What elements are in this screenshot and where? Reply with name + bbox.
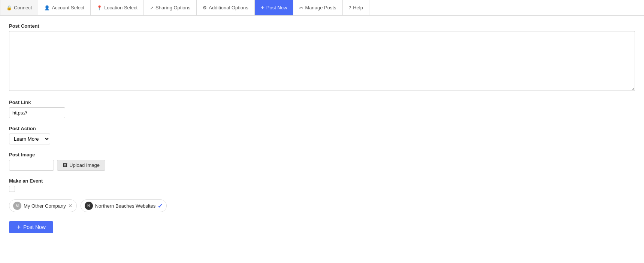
share-icon: ↗: [150, 5, 154, 10]
account-avatar-my-other-company: M: [13, 202, 21, 210]
post-content-section: Post Content: [9, 23, 635, 92]
tab-connect-label: Connect: [14, 5, 32, 10]
post-content-textarea[interactable]: [9, 31, 635, 91]
options-icon: ⚙: [203, 5, 207, 10]
make-event-checkbox[interactable]: [9, 186, 15, 192]
image-icon: 🖼: [63, 162, 67, 168]
make-event-row: [9, 186, 635, 192]
account-name-northern-beaches: Northern Beaches Websites: [95, 203, 156, 209]
post-content-label: Post Content: [9, 23, 635, 29]
tab-additional-options-label: Additional Options: [209, 5, 248, 10]
tab-manage-posts[interactable]: ✂ Manage Posts: [293, 0, 342, 15]
account-pills: MMy Other Company✕NNorthern Beaches Webs…: [9, 199, 635, 212]
tab-post-now-label: Post Now: [266, 5, 287, 10]
post-action-select[interactable]: Learn MoreSign UpContact UsBook NowShop …: [9, 134, 50, 144]
tab-account-select-label: Account Select: [52, 5, 84, 10]
account-pill-my-other-company[interactable]: MMy Other Company✕: [9, 199, 77, 212]
post-image-label: Post Image: [9, 152, 635, 158]
make-event-label: Make an Event: [9, 178, 635, 184]
tab-sharing-options-label: Sharing Options: [155, 5, 190, 10]
account-icon: 👤: [44, 5, 50, 10]
post-action-section: Post Action Learn MoreSign UpContact UsB…: [9, 126, 635, 144]
location-icon: 📍: [97, 5, 102, 10]
tab-help-label: Help: [353, 5, 363, 10]
post-image-input[interactable]: [9, 160, 54, 171]
make-event-section: Make an Event: [9, 178, 635, 192]
account-name-my-other-company: My Other Company: [24, 203, 66, 209]
tab-manage-posts-label: Manage Posts: [305, 5, 336, 10]
tab-account-select[interactable]: 👤 Account Select: [38, 0, 91, 15]
upload-image-label: Upload Image: [69, 162, 100, 168]
post-link-input[interactable]: [9, 107, 65, 118]
navbar: 🔒 Connect 👤 Account Select 📍 Location Se…: [0, 0, 644, 16]
account-check-icon-northern-beaches: ✔: [158, 202, 163, 210]
connect-icon: 🔒: [6, 5, 12, 10]
account-pill-northern-beaches[interactable]: NNorthern Beaches Websites✔: [81, 199, 167, 212]
account-avatar-northern-beaches: N: [85, 202, 93, 210]
tab-additional-options[interactable]: ⚙ Additional Options: [197, 0, 255, 15]
post-link-label: Post Link: [9, 100, 635, 105]
account-close-icon-my-other-company: ✕: [68, 203, 73, 208]
post-now-label: Post Now: [23, 224, 46, 230]
upload-image-button[interactable]: 🖼 Upload Image: [57, 160, 105, 171]
manage-icon: ✂: [299, 5, 303, 10]
help-icon: ?: [349, 5, 351, 10]
post-action-label: Post Action: [9, 126, 635, 131]
tab-sharing-options[interactable]: ↗ Sharing Options: [144, 0, 197, 15]
tab-post-now[interactable]: ✈ Post Now: [255, 0, 294, 15]
tab-connect[interactable]: 🔒 Connect: [0, 0, 38, 15]
post-image-section: Post Image 🖼 Upload Image: [9, 152, 635, 171]
post-link-section: Post Link: [9, 100, 635, 118]
tab-location-select[interactable]: 📍 Location Select: [91, 0, 144, 15]
post-icon: ✈: [261, 5, 264, 10]
main-content: Post Content Post Link Post Action Learn…: [0, 16, 644, 263]
post-image-row: 🖼 Upload Image: [9, 160, 635, 171]
tab-help[interactable]: ? Help: [343, 0, 369, 15]
post-now-icon: ✈: [16, 224, 21, 230]
post-now-button[interactable]: ✈ Post Now: [9, 221, 53, 233]
tab-location-select-label: Location Select: [104, 5, 137, 10]
